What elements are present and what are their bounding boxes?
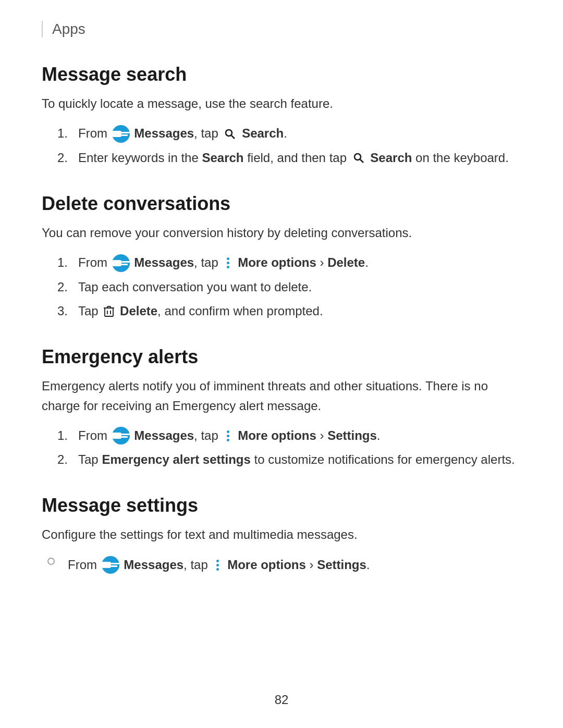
section-message-search: Message search To quickly locate a messa…: [42, 64, 521, 168]
emergency-step-2: 2. Tap Emergency alert settings to custo…: [57, 450, 521, 470]
message-settings-bullet-content: From Messages, tap More options ›: [68, 555, 521, 575]
messages-icon-inner-4: [111, 563, 119, 567]
delete-step-3: 3. Tap Delete, an: [57, 301, 521, 321]
message-settings-bullet: From Messages, tap More options ›: [47, 555, 521, 575]
messages-icon-inner-3: [121, 434, 130, 438]
svg-line-1: [231, 135, 235, 139]
delete-step-content-3: Tap Delete, and confirm when prompte: [78, 301, 521, 321]
messages-icon-2: [112, 254, 130, 272]
dot-9: [216, 568, 219, 571]
step-2: 2. Enter keywords in the Search field, a…: [57, 148, 521, 168]
messages-label-4: Messages: [124, 558, 183, 572]
emergency-step-number-2: 2.: [57, 450, 78, 470]
trash-icon: [103, 304, 115, 319]
page-number: 82: [275, 693, 289, 707]
search-icon-1: [223, 127, 237, 141]
bullet-circle-icon: [47, 555, 68, 565]
dot-line-7: [111, 563, 119, 564]
step-number-2: 2.: [57, 148, 78, 168]
delete-conversations-description: You can remove your conversion history b…: [42, 223, 521, 242]
dot-4: [227, 430, 229, 433]
dot-7: [216, 560, 219, 562]
dot-line-8: [111, 565, 117, 567]
settings-label-2: Settings: [317, 558, 366, 572]
emergency-alerts-steps: 1. From Messages, tap: [42, 426, 521, 470]
search-label-1: Search: [242, 126, 284, 140]
dot-1: [227, 257, 229, 260]
delete-step-1: 1. From Messages, tap: [57, 253, 521, 273]
dot-8: [216, 564, 219, 566]
messages-label-3: Messages: [134, 428, 194, 442]
messages-icon-4: [102, 556, 119, 574]
more-options-label-1: More options: [238, 255, 316, 269]
message-settings-title: Message settings: [42, 495, 521, 516]
messages-label-1: Messages: [134, 126, 194, 140]
messages-icon-inner: [121, 132, 130, 136]
svg-point-11: [48, 558, 54, 564]
dot-6: [227, 439, 229, 441]
svg-line-3: [360, 159, 363, 163]
delete-step-2: 2. Tap each conversation you want to del…: [57, 277, 521, 297]
delete-step-content-2: Tap each conversation you want to delete…: [78, 277, 521, 297]
message-settings-description: Configure the settings for text and mult…: [42, 525, 521, 544]
section-emergency-alerts: Emergency alerts Emergency alerts notify…: [42, 346, 521, 470]
delete-conversations-title: Delete conversations: [42, 193, 521, 215]
settings-label-1: Settings: [327, 428, 377, 442]
section-message-settings: Message settings Configure the settings …: [42, 495, 521, 575]
dot-line-2: [121, 134, 128, 136]
apps-label: Apps: [52, 21, 85, 37]
more-options-icon-1: [223, 256, 233, 270]
delete-step-number-3: 3.: [57, 301, 78, 321]
delete-step-number-2: 2.: [57, 277, 78, 297]
delete-step-content-1: From Messages, tap More options ›: [78, 253, 521, 273]
dot-line-6: [121, 436, 128, 438]
section-delete-conversations: Delete conversations You can remove your…: [42, 193, 521, 321]
page-container: Apps Message search To quickly locate a …: [0, 0, 563, 641]
svg-point-2: [354, 154, 361, 160]
messages-icon-3: [112, 427, 130, 445]
message-settings-list: From Messages, tap More options ›: [42, 555, 521, 575]
dot-line-5: [121, 434, 130, 435]
emergency-step-number-1: 1.: [57, 426, 78, 446]
dot-5: [227, 435, 229, 437]
messages-label-2: Messages: [134, 255, 194, 269]
delete-label: Delete: [327, 255, 365, 269]
message-search-description: To quickly locate a message, use the sea…: [42, 94, 521, 113]
message-search-title: Message search: [42, 64, 521, 85]
messages-icon: [112, 125, 130, 143]
step-content: From Messages, tap Sea: [78, 124, 521, 143]
message-search-steps: 1. From Messages, tap: [42, 124, 521, 168]
apps-header: Apps: [42, 21, 521, 38]
emergency-step-1: 1. From Messages, tap: [57, 426, 521, 446]
emergency-step-content-2: Tap Emergency alert settings to customiz…: [78, 450, 521, 470]
search-label-2: Search: [370, 151, 412, 165]
svg-rect-4: [105, 308, 113, 316]
step-content-2: Enter keywords in the Search field, and …: [78, 148, 521, 168]
emergency-alerts-title: Emergency alerts: [42, 346, 521, 368]
dot-3: [227, 266, 229, 268]
dot-2: [227, 262, 229, 264]
search-icon-2: [351, 151, 366, 165]
emergency-alerts-description: Emergency alerts notify you of imminent …: [42, 376, 521, 415]
step-1: 1. From Messages, tap: [57, 124, 521, 143]
delete-confirm-label: Delete: [120, 304, 157, 318]
more-options-icon-2: [223, 429, 233, 442]
delete-conversations-steps: 1. From Messages, tap: [42, 253, 521, 321]
more-options-label-2: More options: [238, 428, 316, 442]
emergency-step-content-1: From Messages, tap More options ›: [78, 426, 521, 446]
search-field-bold: Search: [202, 151, 243, 165]
delete-step-number-1: 1.: [57, 253, 78, 273]
dot-line-4: [121, 264, 128, 265]
dot-line-3: [121, 261, 130, 263]
svg-point-0: [226, 130, 232, 136]
step-number: 1.: [57, 124, 78, 143]
more-options-label-3: More options: [227, 558, 306, 572]
dot-line-1: [121, 132, 130, 133]
messages-icon-inner-2: [121, 261, 130, 265]
more-options-icon-3: [212, 558, 223, 572]
emergency-alert-settings-label: Emergency alert settings: [102, 452, 250, 466]
